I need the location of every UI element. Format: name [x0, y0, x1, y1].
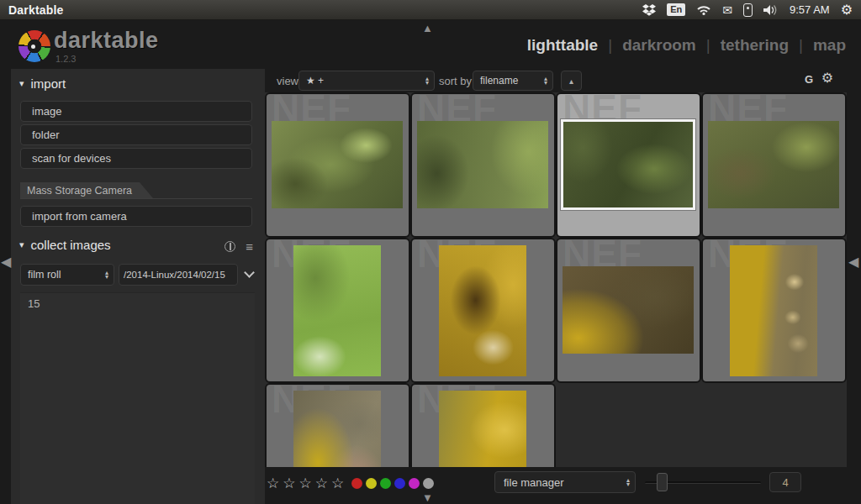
collapse-left-panel-icon[interactable]: ◀	[1, 255, 11, 269]
collect-header-icons: ≡	[224, 240, 253, 253]
section-expand-icon[interactable]: ▾	[19, 239, 24, 250]
import-folder-button[interactable]: folder	[20, 124, 252, 145]
star-icon[interactable]: ☆	[331, 475, 344, 492]
layout-mode-value: file manager	[495, 476, 621, 489]
app-name: darktable	[54, 28, 159, 54]
tab-tethering[interactable]: tethering	[721, 36, 789, 55]
darktable-window: Darktable En ✉ 9:57 AM ⚙ darktable	[0, 0, 861, 504]
camera-device-tab[interactable]: Mass Storage Camera	[20, 182, 153, 198]
expand-right-panel-icon[interactable]: ◀	[848, 255, 858, 269]
layout-mode-dropdown[interactable]: file manager ▴ ▾	[494, 471, 636, 493]
photo-thumbnail[interactable]	[439, 245, 526, 376]
sort-by-dropdown[interactable]: filename ▴ ▾	[473, 71, 553, 91]
spinner-icon: ▴ ▾	[420, 76, 434, 85]
system-bar: Darktable En ✉ 9:57 AM ⚙	[0, 0, 861, 20]
thumbnail-cell[interactable]: NEF	[265, 383, 410, 467]
color-label-gray[interactable]	[423, 478, 434, 489]
mail-icon[interactable]: ✉	[722, 4, 732, 16]
left-panel: ▾ import image folder scan for devices M…	[11, 69, 265, 504]
view-mode-tabs: lighttable | darkroom | tethering | map	[527, 36, 846, 55]
star-icon[interactable]: ☆	[315, 475, 328, 492]
sort-direction-button[interactable]: ▴	[561, 71, 582, 91]
spin-down-icon: ▾	[425, 81, 429, 85]
photo-thumbnail[interactable]	[293, 245, 381, 376]
preferences-gear-icon[interactable]: ⚙	[821, 71, 833, 85]
zoom-slider[interactable]	[645, 481, 761, 484]
window-title: Darktable	[8, 3, 64, 17]
view-filter-label: view	[277, 75, 298, 87]
app-version: 1.2.3	[55, 54, 76, 64]
collapse-bottom-panel-icon[interactable]: ▼	[422, 492, 433, 503]
photo-thumbnail[interactable]	[561, 119, 695, 210]
photo-thumbnail[interactable]	[563, 266, 694, 354]
thumbnail-cell[interactable]: NEF	[410, 92, 556, 238]
keyboard-layout-indicator[interactable]: En	[667, 3, 685, 16]
clock[interactable]: 9:57 AM	[790, 3, 830, 16]
zoom-slider-handle[interactable]	[657, 473, 668, 491]
presets-menu-icon[interactable]: ≡	[246, 240, 253, 253]
view-filter-dropdown[interactable]: ★ + ▴ ▾	[298, 71, 435, 91]
sort-by-value: filename	[473, 75, 539, 87]
color-label-blue[interactable]	[394, 478, 405, 489]
color-label-red[interactable]	[351, 478, 362, 489]
collect-rule-dropdown[interactable]: film roll ▴ ▾	[20, 264, 114, 286]
session-gear-icon[interactable]: ⚙	[841, 3, 853, 17]
system-tray: En ✉ 9:57 AM ⚙	[642, 3, 861, 17]
spin-down-icon: ▾	[544, 81, 547, 85]
spinner-icon: ▴ ▾	[539, 76, 552, 85]
star-icon[interactable]: ☆	[299, 475, 312, 492]
color-label-filter	[351, 478, 434, 489]
volume-icon[interactable]	[763, 4, 779, 16]
spinner-icon: ▴ ▾	[621, 478, 635, 486]
thumbnail-cell-selected[interactable]: NEF	[556, 92, 701, 238]
photo-thumbnail[interactable]	[439, 391, 526, 467]
collect-filter-input[interactable]: /2014-Linux/2014/02/15	[119, 264, 238, 286]
color-label-yellow[interactable]	[366, 478, 377, 489]
spin-down-icon: ▾	[626, 482, 630, 486]
view-filter-value: ★ +	[299, 75, 420, 87]
import-image-button[interactable]: image	[20, 101, 252, 122]
tab-separator: |	[706, 36, 710, 55]
thumbnail-cell[interactable]: NEF	[410, 238, 556, 383]
photo-thumbnail[interactable]	[730, 245, 817, 376]
thumbnail-cell[interactable]: NEF	[410, 383, 556, 467]
star-icon[interactable]: ☆	[267, 475, 279, 492]
color-label-green[interactable]	[380, 478, 391, 489]
import-section-title: import	[31, 76, 66, 91]
sort-ascending-icon: ▴	[569, 76, 573, 86]
color-label-purple[interactable]	[409, 478, 420, 489]
tab-map[interactable]: map	[813, 36, 846, 55]
collapse-top-panel-icon[interactable]: ▲	[422, 23, 433, 34]
thumbnail-cell[interactable]: NEF	[556, 238, 701, 383]
scan-for-devices-button[interactable]: scan for devices	[20, 148, 252, 169]
star-icon[interactable]: ☆	[283, 475, 295, 492]
section-expand-icon[interactable]: ▾	[19, 78, 24, 89]
zoom-level-field[interactable]: 4	[769, 472, 801, 492]
import-section-header[interactable]: ▾ import	[19, 76, 66, 91]
bottom-toolbar: ☆ ☆ ☆ ☆ ☆ file manager ▴ ▾ 4	[265, 467, 847, 504]
film-roll-list[interactable]: 15	[20, 292, 255, 504]
photo-thumbnail[interactable]	[708, 121, 839, 208]
photo-thumbnail[interactable]	[417, 121, 548, 208]
photo-thumbnail[interactable]	[272, 121, 403, 208]
wifi-icon[interactable]	[696, 4, 711, 15]
thumbnail-cell[interactable]: NEF	[265, 238, 410, 383]
lighttable-toolbar: view ★ + ▴ ▾ sort by filename ▴ ▾ ▴ G ⚙	[265, 69, 847, 92]
thumbnail-cell[interactable]: NEF	[701, 92, 847, 238]
tab-darkroom[interactable]: darkroom	[622, 36, 696, 55]
photo-thumbnail[interactable]	[293, 391, 381, 467]
camera-tab-row: Mass Storage Camera	[20, 182, 252, 199]
tab-separator: |	[799, 36, 803, 55]
tab-lighttable[interactable]: lighttable	[527, 36, 598, 55]
import-from-camera-button[interactable]: import from camera	[20, 206, 252, 227]
spin-down-icon: ▾	[105, 275, 108, 279]
grouping-toggle-button[interactable]: G	[805, 73, 813, 86]
collect-history-chevron[interactable]	[243, 269, 255, 281]
thumbnail-cell[interactable]: NEF	[701, 238, 847, 383]
film-roll-item[interactable]: 15	[20, 293, 255, 310]
battery-icon[interactable]	[743, 3, 753, 17]
reset-icon[interactable]	[224, 241, 235, 252]
collect-section-header[interactable]: ▾ collect images	[19, 238, 111, 252]
thumbnail-cell[interactable]: NEF	[265, 92, 410, 238]
dropbox-icon[interactable]	[642, 4, 656, 16]
